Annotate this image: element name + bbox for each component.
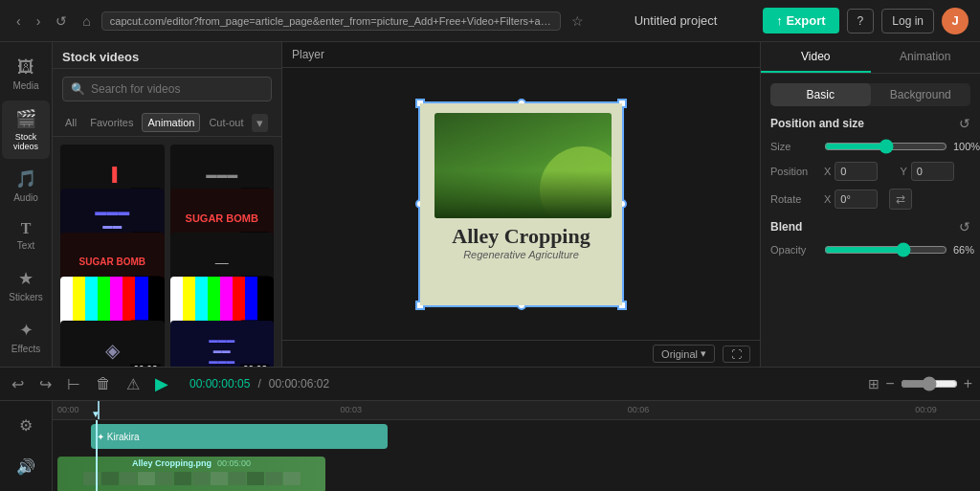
rotate-x-input[interactable] xyxy=(835,190,878,209)
fit-button[interactable]: ⊞ xyxy=(868,376,880,391)
time-separator: / xyxy=(257,377,260,391)
timeline-zoom-controls: ⊞ − + xyxy=(868,375,972,392)
right-panel: Video Animation Basic Background Positio… xyxy=(760,42,980,367)
rotate-flip-button[interactable]: ⇄ xyxy=(889,189,912,210)
warn-button[interactable]: ⚠ xyxy=(122,373,144,395)
sidebar-item-media[interactable]: 🖼 Media xyxy=(2,50,50,99)
tab-video[interactable]: Video xyxy=(761,42,871,73)
timeline-settings-button[interactable]: ⚙ xyxy=(19,416,33,435)
position-x-input[interactable] xyxy=(835,162,878,181)
blend-reset[interactable]: ↺ xyxy=(959,219,970,234)
timeline-audio-button[interactable]: 🔊 xyxy=(16,458,35,476)
sidebar-item-audio[interactable]: 🎵 Audio xyxy=(2,161,50,211)
filter-cutout[interactable]: Cut-out xyxy=(204,114,248,131)
sidebar-label-audio: Audio xyxy=(13,192,38,203)
rotate-row: Rotate X ⇄ xyxy=(770,189,970,210)
video-grid: ▐ 00:03 ▬▬▬ 00:03 ▬▬▬ ▬▬ 00:03 SU xyxy=(53,137,281,367)
rotate-label: Rotate xyxy=(770,193,818,205)
back-button[interactable]: ‹ xyxy=(11,11,26,32)
video-thumb-10[interactable]: ▬▬▬ ▬▬ ▬▬▬ 00:03 xyxy=(170,321,275,367)
canvas-title: Alley Cropping xyxy=(452,224,590,249)
delete-button[interactable]: 🗑 xyxy=(92,373,115,394)
right-panel-content: Basic Background Position and size ↺ Siz… xyxy=(761,74,980,367)
track-row-kirakira: ✦ Kirakira xyxy=(53,424,980,453)
position-row: Position X Y xyxy=(770,162,970,181)
forward-button[interactable]: › xyxy=(32,11,46,32)
track-area: ✦ Kirakira Alley Cropping.png 00:05:00 xyxy=(53,420,980,491)
player-area: Player xyxy=(282,42,760,367)
position-x-group: X xyxy=(824,162,895,181)
user-avatar[interactable]: J xyxy=(942,8,969,34)
filter-favorites[interactable]: Favorites xyxy=(85,114,138,131)
video-duration-10: 00:03 xyxy=(240,364,270,367)
position-y-input[interactable] xyxy=(911,162,954,181)
help-button[interactable]: ? xyxy=(847,9,875,33)
sidebar-item-effects[interactable]: ✦ Effects xyxy=(2,312,50,362)
film-frame-8 xyxy=(211,472,228,485)
original-dropdown[interactable]: Original ▾ xyxy=(653,345,715,363)
chevron-down-icon: ▾ xyxy=(701,347,706,360)
size-value: 100% xyxy=(953,141,980,152)
fullscreen-button[interactable]: ⛶ xyxy=(723,346,750,363)
pos-x-letter: X xyxy=(824,166,831,177)
basic-background-toggle: Basic Background xyxy=(770,83,970,106)
export-button[interactable]: ↑ Export xyxy=(763,8,838,33)
tab-animation[interactable]: Animation xyxy=(871,42,981,73)
size-row: Size 100% xyxy=(770,139,970,154)
reload-button[interactable]: ↺ xyxy=(51,11,72,32)
ruler-mark-2: 00:06 xyxy=(628,405,650,414)
split-button[interactable]: ⊢ xyxy=(63,373,84,395)
toggle-background[interactable]: Background xyxy=(871,83,971,106)
undo-button[interactable]: ↩ xyxy=(8,373,28,395)
blend-section-header: Blend ↺ xyxy=(770,219,970,234)
filter-all[interactable]: All xyxy=(60,114,81,131)
url-bar[interactable]: capcut.com/editor?from_page=article_page… xyxy=(101,11,561,31)
canvas-frame[interactable]: Alley Cropping Regenerative Agriculture xyxy=(418,101,624,307)
home-button[interactable]: ⌂ xyxy=(78,11,95,32)
kirakira-clip[interactable]: ✦ Kirakira xyxy=(91,424,388,449)
opacity-slider[interactable] xyxy=(824,242,947,257)
stock-panel-title: Stock videos xyxy=(53,42,281,69)
player-header: Player xyxy=(282,42,760,68)
zoom-in-button[interactable]: + xyxy=(964,375,972,392)
media-icon: 🖼 xyxy=(17,57,34,78)
search-input[interactable] xyxy=(91,82,263,96)
browser-nav: ‹ › ↺ ⌂ capcut.com/editor?from_page=arti… xyxy=(11,11,589,32)
position-size-reset[interactable]: ↺ xyxy=(959,116,970,131)
film-frame-11 xyxy=(265,472,282,485)
filter-more-button[interactable]: ▾ xyxy=(252,114,268,132)
size-slider[interactable] xyxy=(824,139,947,154)
redo-button[interactable]: ↪ xyxy=(35,373,56,395)
video-duration-9: 00:03 xyxy=(130,364,160,367)
video-clip[interactable]: Alley Cropping.png 00:05:00 xyxy=(57,457,325,491)
film-frame-3 xyxy=(120,472,137,485)
timeline-playhead[interactable] xyxy=(96,420,98,491)
blend-title: Blend xyxy=(770,220,802,234)
timeline-ruler: 00:00 00:03 00:06 00:09 xyxy=(53,401,980,420)
sidebar-item-stock-videos[interactable]: 🎬 Stock videos xyxy=(2,100,50,159)
video-thumb-9[interactable]: ◈ 00:03 xyxy=(60,321,165,367)
sidebar-item-text[interactable]: T Text xyxy=(2,212,50,258)
timeline-tracks: 00:00 00:03 00:06 00:09 ✦ Kirakira xyxy=(53,401,980,491)
film-frame-5 xyxy=(156,472,173,485)
opacity-label: Opacity xyxy=(770,244,818,256)
filter-animation[interactable]: Animation xyxy=(142,113,200,132)
stickers-icon: ★ xyxy=(18,268,33,289)
size-label: Size xyxy=(770,141,818,152)
sidebar-item-stickers[interactable]: ★ Stickers xyxy=(2,260,50,310)
position-size-section-header: Position and size ↺ xyxy=(770,116,970,131)
icon-sidebar: 🖼 Media 🎬 Stock videos 🎵 Audio T Text ★ … xyxy=(0,42,53,367)
login-button[interactable]: Log in xyxy=(881,9,934,33)
zoom-out-button[interactable]: − xyxy=(885,375,894,392)
app-title-area: Untitled project xyxy=(635,13,718,28)
play-button[interactable]: ▶ xyxy=(151,371,172,396)
bookmark-button[interactable]: ☆ xyxy=(567,11,589,32)
opacity-row: Opacity 66% xyxy=(770,242,970,257)
clip-info: Alley Cropping.png 00:05:00 xyxy=(132,458,251,468)
film-frame-7 xyxy=(192,472,210,485)
track-row-video: Alley Cropping.png 00:05:00 xyxy=(53,457,980,491)
ruler-mark-1: 00:03 xyxy=(340,405,362,414)
zoom-slider[interactable] xyxy=(901,376,958,391)
film-frame-12 xyxy=(283,472,301,485)
toggle-basic[interactable]: Basic xyxy=(770,83,871,106)
